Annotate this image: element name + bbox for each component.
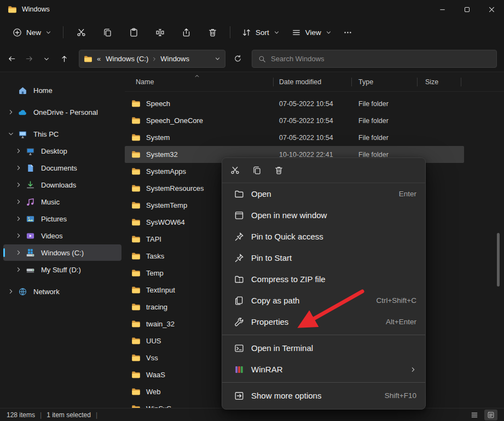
column-header-name[interactable]: Name	[125, 72, 274, 91]
sidebar-item-home[interactable]: Home	[3, 82, 121, 98]
zip-icon	[234, 274, 244, 284]
file-name: System	[146, 133, 170, 142]
menu-item-winrar[interactable]: WinRAR	[222, 359, 425, 380]
file-name-cell: Speech	[125, 99, 274, 108]
delete-button[interactable]	[269, 162, 288, 179]
delete-button[interactable]	[200, 22, 224, 42]
chevron-right-icon[interactable]	[15, 249, 22, 256]
breadcrumb-item[interactable]: Windows	[158, 54, 192, 64]
chevron-right-icon[interactable]	[15, 215, 22, 222]
chevron-right-icon[interactable]	[15, 198, 22, 205]
sidebar-item-network[interactable]: Network	[3, 283, 121, 300]
chevron-down-icon	[45, 30, 51, 36]
arrow-right-icon	[25, 55, 33, 63]
copy-button[interactable]	[247, 162, 266, 179]
menu-item-open-in-new-window[interactable]: Open in new window	[222, 204, 425, 226]
file-name-cell: System	[125, 133, 274, 142]
chevron-right-icon[interactable]	[15, 232, 22, 239]
file-type: File folder	[352, 134, 418, 142]
cut-button[interactable]	[225, 162, 244, 179]
chevron-right-icon[interactable]	[15, 165, 22, 171]
up-button[interactable]	[56, 51, 72, 67]
sidebar-item-pictures[interactable]: Pictures	[3, 210, 121, 227]
breadcrumb-item[interactable]: Windows (C:)	[103, 54, 151, 64]
chevron-right-icon[interactable]	[8, 109, 14, 115]
sidebar-item-my-stuff-d[interactable]: My Stuff (D:)	[3, 261, 121, 278]
menu-item-properties[interactable]: PropertiesAlt+Enter	[222, 311, 425, 332]
address-bar[interactable]: « Windows (C:)Windows	[79, 50, 225, 68]
file-row-speech[interactable]: Speech07-05-2022 10:54File folder	[125, 95, 464, 112]
more-toolbar-button[interactable]	[338, 22, 358, 42]
menu-item-compress-to-zip-file[interactable]: Compress to ZIP file	[222, 268, 425, 290]
menu-item-copy-as-path[interactable]: Copy as pathCtrl+Shift+C	[222, 290, 425, 311]
window-folder-icon	[8, 5, 17, 14]
file-name: SystemTemp	[146, 201, 187, 209]
refresh-button[interactable]	[229, 51, 246, 67]
menu-item-open[interactable]: OpenEnter	[222, 183, 425, 204]
file-name: Web	[146, 388, 161, 396]
new-button-label: New	[26, 28, 41, 37]
sidebar-item-windows-c[interactable]: Windows (C:)	[3, 244, 121, 261]
folder-icon	[131, 167, 141, 176]
file-name: twain_32	[146, 320, 175, 328]
file-row-system[interactable]: System07-05-2022 10:54File folder	[125, 129, 464, 146]
sidebar-item-label: Videos	[41, 232, 63, 240]
column-header-type[interactable]: Type	[352, 72, 418, 91]
sidebar-item-onedrive-personal[interactable]: OneDrive - Personal	[3, 104, 121, 120]
file-name: TAPI	[146, 235, 161, 243]
sidebar-item-downloads[interactable]: Downloads	[3, 177, 121, 193]
large-icons-view-button[interactable]	[484, 410, 497, 420]
search-input[interactable]	[271, 55, 490, 63]
share-button[interactable]	[174, 22, 198, 42]
close-button[interactable]	[479, 0, 504, 19]
folder-icon	[131, 404, 141, 408]
back-button[interactable]	[3, 51, 20, 67]
chevron-right-icon[interactable]	[15, 148, 22, 154]
new-button[interactable]: New	[7, 24, 57, 42]
copy-button[interactable]	[95, 22, 119, 42]
breadcrumb-overflow[interactable]: «	[97, 55, 101, 63]
menu-item-label: Open in new window	[251, 210, 416, 220]
sidebar-item-documents[interactable]: Documents	[3, 160, 121, 176]
trash-icon	[208, 28, 217, 37]
address-dropdown-icon[interactable]	[215, 56, 221, 62]
recent-locations-button[interactable]	[38, 51, 55, 67]
sidebar-item-this-pc[interactable]: This PC	[3, 126, 121, 142]
menu-item-pin-to-quick-access[interactable]: Pin to Quick access	[222, 226, 425, 247]
paste-button[interactable]	[121, 22, 146, 42]
menu-item-label: Pin to Start	[251, 253, 416, 262]
drive-windows-icon	[26, 248, 35, 258]
plus-circle-icon	[13, 28, 22, 37]
minimize-button[interactable]	[430, 0, 455, 19]
sidebar-item-videos[interactable]: Videos	[3, 227, 121, 244]
column-header-size[interactable]: Size	[418, 72, 461, 91]
chevron-right-icon[interactable]	[8, 288, 14, 295]
maximize-button[interactable]	[455, 0, 479, 19]
view-button[interactable]: View	[286, 24, 338, 42]
menu-item-open-in-terminal[interactable]: Open in Terminal	[222, 337, 425, 359]
cut-button[interactable]	[69, 22, 93, 42]
file-row-speech-onecore[interactable]: Speech_OneCore07-05-2022 10:54File folde…	[125, 112, 464, 129]
forward-button[interactable]	[21, 51, 37, 67]
ellipsis-icon	[343, 28, 352, 37]
sidebar-item-label: Downloads	[41, 181, 76, 189]
vertical-scrollbar-thumb[interactable]	[497, 233, 500, 286]
sort-icon	[242, 28, 251, 37]
folder-icon	[131, 319, 141, 329]
navigation-bar: « Windows (C:)Windows	[0, 46, 504, 72]
breadcrumb-separator-icon	[152, 56, 157, 62]
column-label: Size	[425, 78, 438, 86]
chevron-right-icon[interactable]	[15, 266, 22, 273]
menu-item-show-more-options[interactable]: Show more optionsShift+F10	[222, 385, 425, 406]
sidebar-item-music[interactable]: Music	[3, 194, 121, 210]
menu-item-pin-to-start[interactable]: Pin to Start	[222, 247, 425, 268]
column-label: Type	[358, 78, 373, 86]
sort-button[interactable]: Sort	[236, 24, 286, 42]
column-header-date-modified[interactable]: Date modified	[274, 72, 352, 91]
chevron-right-icon[interactable]	[15, 182, 22, 188]
search-icon	[258, 55, 266, 63]
rename-button[interactable]	[148, 22, 172, 42]
sidebar-item-desktop[interactable]: Desktop	[3, 143, 121, 159]
chevron-down-icon[interactable]	[8, 131, 14, 137]
details-view-button[interactable]	[468, 410, 481, 420]
